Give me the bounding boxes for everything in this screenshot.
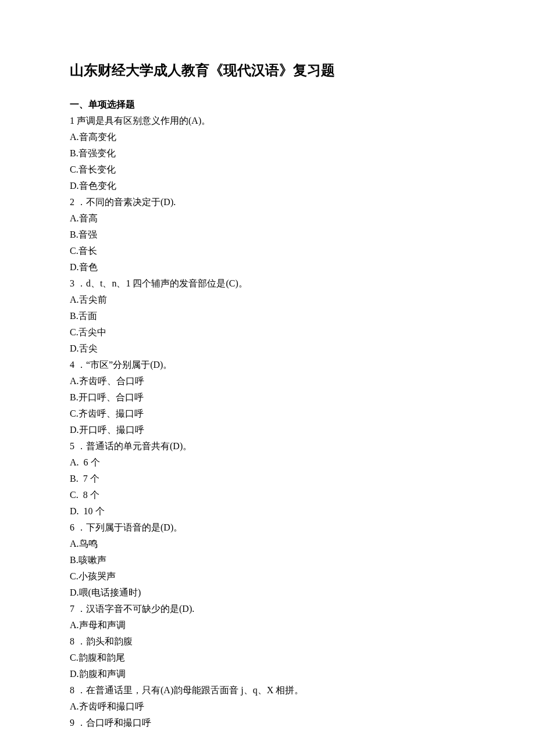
body-line: B.音强 — [70, 227, 465, 243]
body-line: D.舌尖 — [70, 341, 465, 357]
body-line: A.音高变化 — [70, 129, 465, 145]
body-line: 1 声调是具有区别意义作用的(A)。 — [70, 113, 465, 129]
section-header: 一、单项选择题 — [70, 96, 465, 113]
body-line: C.音长变化 — [70, 162, 465, 178]
body-line: 3 ．d、t、n、1 四个辅声的发音部位是(C)。 — [70, 275, 465, 292]
body-line: A.齐齿呼和撮口呼 — [70, 698, 465, 715]
content-body: 1 声调是具有区别意义作用的(A)。 A.音高变化 B.音强变化 C.音长变化 … — [70, 113, 465, 731]
body-line: C.齐齿呼、撮口呼 — [70, 406, 465, 422]
body-line: 5 ．普通话的单元音共有(D)。 — [70, 438, 465, 454]
body-line: 8 ．在普通话里，只有(A)韵母能跟舌面音 j、q、X 相拼。 — [70, 682, 465, 698]
body-line: C. 8 个 — [70, 487, 465, 503]
body-line: B.开口呼、合口呼 — [70, 389, 465, 406]
body-line: D.音色变化 — [70, 178, 465, 194]
body-line: A.舌尖前 — [70, 292, 465, 308]
body-line: 8 ．韵头和韵腹 — [70, 633, 465, 650]
body-line: 6 ．下列属于语音的是(D)。 — [70, 519, 465, 536]
body-line: A. 6 个 — [70, 454, 465, 471]
body-line: A.声母和声调 — [70, 617, 465, 633]
body-line: A.鸟鸣 — [70, 536, 465, 552]
body-line: A.音高 — [70, 210, 465, 227]
body-line: 4 ．“市区”分别属于(D)。 — [70, 357, 465, 373]
document-page: 山东财经大学成人教育《现代汉语》复习题 一、单项选择题 1 声调是具有区别意义作… — [0, 0, 535, 756]
body-line: C.小孩哭声 — [70, 568, 465, 585]
body-line: 9 ．合口呼和撮口呼 — [70, 715, 465, 731]
body-line: B. 7 个 — [70, 471, 465, 487]
page-title: 山东财经大学成人教育《现代汉语》复习题 — [70, 58, 465, 83]
body-line: B.音强变化 — [70, 145, 465, 162]
body-line: A.齐齿呼、合口呼 — [70, 373, 465, 389]
body-line: 7 ．汉语字音不可缺少的是(D). — [70, 601, 465, 617]
body-line: 2 ．不同的音素决定于(D). — [70, 194, 465, 210]
body-line: C.韵腹和韵尾 — [70, 650, 465, 666]
body-line: B.咳嗽声 — [70, 552, 465, 568]
body-line: D.音色 — [70, 259, 465, 275]
body-line: D. 10 个 — [70, 503, 465, 519]
body-line: D.开口呼、撮口呼 — [70, 422, 465, 438]
body-line: D.喂(电话接通时) — [70, 585, 465, 601]
body-line: C.舌尖中 — [70, 324, 465, 341]
body-line: C.音长 — [70, 243, 465, 259]
body-line: B.舌面 — [70, 308, 465, 324]
body-line: D.韵腹和声调 — [70, 666, 465, 682]
